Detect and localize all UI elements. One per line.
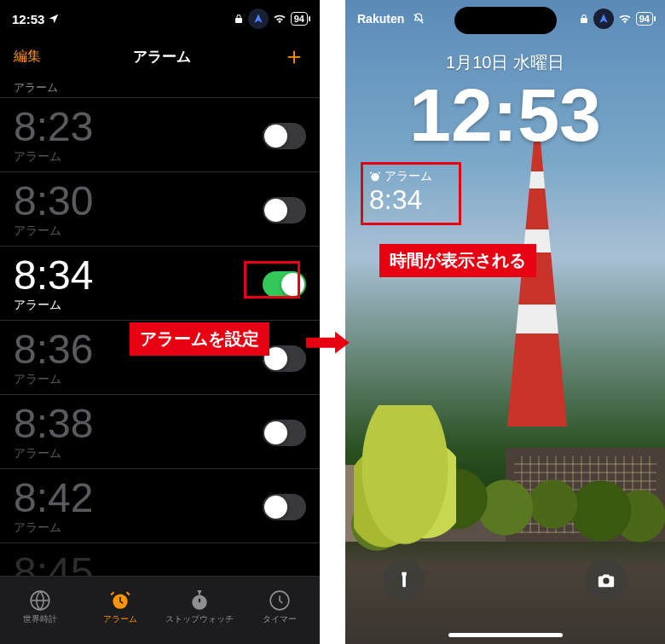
alarm-row[interactable]: 8:30 アラーム [0,172,320,247]
alarm-label: アラーム [14,372,93,387]
tab-label: アラーム [103,613,137,625]
timer-icon [269,589,291,612]
status-time: 12:53 [12,12,44,26]
tab-bar: 世界時計 アラーム ストップウォッチ タイマー [0,576,320,644]
nav-app-icon [248,9,269,29]
alarm-time: 8:23 [14,107,93,148]
alarm-icon [109,589,131,612]
nav-title: アラーム [133,47,191,67]
annotation-label: アラームを設定 [130,322,269,356]
tab-label: タイマー [263,613,297,625]
lock-date: 1月10日 水曜日 [345,51,665,74]
carrier-label: Rakuten [357,12,404,26]
tokyo-tower-graphic [531,136,543,426]
lock-quick-actions [345,559,665,601]
battery-indicator: 94 [291,12,308,26]
notch [109,7,211,34]
arrow-icon: ➡ [303,316,351,367]
annotation-label: 時間が表示される [379,244,536,277]
alarm-app-screen: 12:53 94 編集 アラーム ＋ アラーム 8:23 アラーム 8:30 [0,0,320,644]
alarm-label: アラーム [14,298,93,313]
stopwatch-icon [188,589,211,612]
home-indicator[interactable] [448,633,563,637]
nav-bar: 編集 アラーム ＋ [0,38,320,75]
lock-time: 12:53 [345,78,665,153]
section-label: アラーム [0,75,320,98]
tab-timer[interactable]: タイマー [240,577,320,644]
lock-screen: Rakuten 94 1月10日 水曜日 12:53 アラーム 8:34 時 [345,0,665,644]
alarm-time: 8:42 [14,478,93,519]
alarm-time: 8:30 [14,181,93,222]
tab-stopwatch[interactable]: ストップウォッチ [160,577,240,644]
tab-alarm[interactable]: アラーム [80,577,160,644]
flashlight-button[interactable] [383,559,425,601]
wifi-icon [273,14,286,24]
ginkgo-tree-graphic [354,405,456,559]
svg-point-5 [603,577,609,583]
camera-button[interactable] [585,559,627,601]
flashlight-icon [395,571,413,589]
alarm-row[interactable]: 8:42 アラーム [0,469,320,543]
alarm-label: アラーム [14,446,93,461]
alarm-label: アラーム [14,149,93,165]
alarm-row[interactable]: 8:23 アラーム [0,98,320,172]
annotation-highlight-box [361,162,461,225]
alarm-toggle[interactable] [263,197,306,223]
alarm-time: 8:36 [14,329,93,370]
globe-icon [29,589,51,612]
alarm-toggle[interactable] [263,123,306,149]
status-bar: Rakuten 94 [345,0,665,38]
alarm-toggle[interactable] [263,420,306,446]
lock-icon [234,14,244,24]
alarm-row[interactable]: 8:38 アラーム [0,395,320,469]
lock-icon [579,14,589,24]
edit-button[interactable]: 編集 [14,48,41,66]
alarm-toggle[interactable] [263,494,306,520]
tab-world-clock[interactable]: 世界時計 [0,577,80,644]
tab-label: ストップウォッチ [165,613,234,625]
alarm-time: 8:38 [14,403,93,444]
add-alarm-button[interactable]: ＋ [282,40,306,73]
silent-icon [413,13,425,25]
annotation-highlight-box [244,261,300,299]
nav-app-icon [593,9,614,29]
alarm-label: アラーム [14,520,93,536]
tab-label: 世界時計 [23,613,57,625]
camera-icon [597,571,616,589]
alarm-label: アラーム [14,223,93,239]
location-icon [48,13,60,25]
alarm-time: 8:34 [14,255,93,296]
battery-indicator: 94 [636,12,653,26]
wifi-icon [618,14,632,24]
